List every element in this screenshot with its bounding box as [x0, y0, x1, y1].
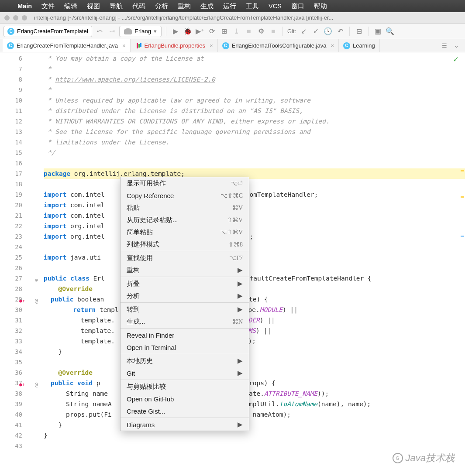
menu-help[interactable]: 帮助: [314, 2, 327, 10]
window-titlebar: intellij-erlang [~/src/intellij-erlang] …: [0, 12, 465, 24]
run-icon[interactable]: ▶: [171, 27, 180, 36]
menu-item[interactable]: 分析▶: [121, 290, 249, 302]
menu-item[interactable]: 简单粘贴⌥⇧⌘V: [121, 226, 249, 238]
erlang-icon: [124, 28, 132, 34]
debug-icon[interactable]: 🐞: [183, 27, 193, 36]
separator: [282, 27, 283, 36]
stop-icon[interactable]: ■: [244, 27, 254, 36]
menu-item[interactable]: Open on GitHub: [121, 393, 249, 405]
menu-edit[interactable]: 编辑: [64, 2, 77, 10]
menu-build[interactable]: 生成: [200, 2, 214, 10]
menu-item[interactable]: 重构▶: [121, 264, 249, 276]
properties-icon: [135, 42, 142, 49]
menu-run[interactable]: 运行: [223, 2, 236, 10]
profile-icon[interactable]: ⟳: [207, 27, 217, 36]
app-name[interactable]: Main: [17, 3, 32, 10]
tab-learning[interactable]: C Learning ×: [339, 39, 380, 52]
git-history-icon[interactable]: 🕓: [323, 27, 333, 36]
stop2-icon[interactable]: ■: [269, 27, 278, 36]
menu-item[interactable]: 显示可用操作⌥⏎: [121, 177, 249, 189]
class-icon: C: [7, 28, 14, 35]
search-icon[interactable]: 🔍: [385, 27, 395, 36]
dropdown-icon: ▾: [154, 28, 157, 34]
zoom-window-icon[interactable]: [22, 15, 27, 21]
menu-item[interactable]: 从历史记录粘贴...⇧⌘V: [121, 214, 249, 226]
separator: [166, 27, 166, 36]
chevron-down-icon[interactable]: ⌄: [451, 39, 462, 52]
navigation-breadcrumb[interactable]: C ErlangCreateFromTemplateI: [3, 26, 92, 37]
structure-icon[interactable]: ⊟: [354, 27, 364, 36]
menu-file[interactable]: 文件: [41, 2, 55, 10]
menu-item[interactable]: Create Gist...: [121, 405, 249, 417]
menu-item[interactable]: Open in Terminal: [121, 341, 249, 353]
close-tab-icon[interactable]: ×: [210, 42, 213, 49]
tab-erlang-create-handler[interactable]: C ErlangCreateFromTemplateHandler.java ×: [3, 39, 131, 52]
menu-item[interactable]: 列选择模式⇧⌘8: [121, 238, 249, 250]
tab-label: ErlangBundle.properties: [145, 42, 205, 49]
menu-item[interactable]: Copy Reference⌥⇧⌘C: [121, 189, 249, 202]
tab-list-icon[interactable]: ☰: [438, 39, 451, 52]
tab-external-tools[interactable]: C ErlangExternalToolsConfigurable.java ×: [218, 39, 339, 52]
separator: [349, 27, 350, 36]
close-tab-icon[interactable]: ×: [331, 42, 334, 49]
hotswap-icon[interactable]: ⚙: [256, 27, 266, 36]
main-toolbar: C ErlangCreateFromTemplateI ⤺ ⤻ Erlang ▾…: [0, 24, 465, 39]
menu-refactor[interactable]: 重构: [178, 2, 191, 10]
tab-label: Learning: [353, 42, 375, 49]
code-area[interactable]: * You may obtain a copy of the License a…: [40, 52, 465, 476]
tab-erlang-bundle[interactable]: ErlangBundle.properties ×: [131, 39, 218, 52]
menu-item[interactable]: Reveal in Finder: [121, 329, 249, 341]
breadcrumb-label: ErlangCreateFromTemplateI: [17, 28, 88, 34]
menu-item[interactable]: 转到▶: [121, 303, 249, 315]
run-config-label: Erlang: [134, 28, 151, 34]
menu-item[interactable]: 生成...⌘N: [121, 315, 249, 328]
menu-item[interactable]: 折叠▶: [121, 277, 249, 290]
watermark-text: Java技术栈: [406, 452, 455, 465]
git-pull-icon[interactable]: ↙: [299, 27, 308, 36]
menu-item[interactable]: Git▶: [121, 367, 249, 379]
warning-marker[interactable]: [461, 196, 464, 198]
tab-label: ErlangExternalToolsConfigurable.java: [232, 42, 327, 49]
window-title: intellij-erlang [~/src/intellij-erlang] …: [34, 14, 333, 21]
git-commit-icon[interactable]: ✓: [311, 27, 320, 36]
warning-marker[interactable]: [461, 170, 464, 171]
marker-strip[interactable]: [460, 52, 465, 476]
menu-item[interactable]: Diagrams▶: [121, 418, 249, 431]
inspection-ok-icon[interactable]: ✓: [453, 55, 459, 64]
menu-tools[interactable]: 工具: [246, 2, 259, 10]
class-icon: C: [343, 42, 350, 49]
minimize-window-icon[interactable]: [13, 15, 18, 21]
git-revert-icon[interactable]: ↶: [335, 27, 345, 36]
separator: [368, 27, 369, 36]
learn-icon[interactable]: ▣: [373, 27, 382, 36]
tab-label: ErlangCreateFromTemplateHandler.java: [17, 42, 118, 49]
editor-tabs: C ErlangCreateFromTemplateHandler.java ×…: [0, 39, 465, 52]
gutter: 6789101112131415161718192021222324252627…: [0, 52, 40, 476]
context-menu: 显示可用操作⌥⏎Copy Reference⌥⇧⌘C粘贴⌘V从历史记录粘贴...…: [120, 177, 249, 431]
menu-item[interactable]: 与剪贴板比较: [121, 380, 249, 393]
menu-code[interactable]: 代码: [132, 2, 145, 10]
menu-window[interactable]: 窗口: [291, 2, 304, 10]
close-tab-icon[interactable]: ×: [122, 42, 126, 49]
git-label: Git:: [287, 28, 296, 34]
info-marker[interactable]: [461, 236, 464, 237]
coverage-icon[interactable]: ▶⁺: [195, 27, 205, 36]
mac-menubar: Main 文件 编辑 视图 导航 代码 分析 重构 生成 运行 工具 VCS 窗…: [0, 0, 465, 12]
concurrency-icon[interactable]: ⊞: [220, 27, 229, 36]
menu-item[interactable]: 查找使用⌥F7: [121, 252, 249, 264]
watermark: G Java技术栈: [393, 452, 455, 465]
menu-view[interactable]: 视图: [87, 2, 100, 10]
menu-navigate[interactable]: 导航: [110, 2, 123, 10]
traffic-lights: [4, 15, 27, 21]
wechat-icon: G: [393, 453, 403, 463]
forward-icon[interactable]: ⤻: [107, 27, 117, 36]
menu-item[interactable]: 本地历史▶: [121, 355, 249, 367]
menu-analyze[interactable]: 分析: [155, 2, 168, 10]
back-icon[interactable]: ⤺: [95, 27, 104, 36]
class-icon: C: [222, 42, 229, 49]
run-configuration[interactable]: Erlang ▾: [119, 26, 162, 37]
close-window-icon[interactable]: [4, 15, 10, 21]
menu-vcs[interactable]: VCS: [269, 3, 282, 10]
menu-item[interactable]: 粘贴⌘V: [121, 202, 249, 214]
attach-icon[interactable]: ⤓: [232, 27, 241, 36]
